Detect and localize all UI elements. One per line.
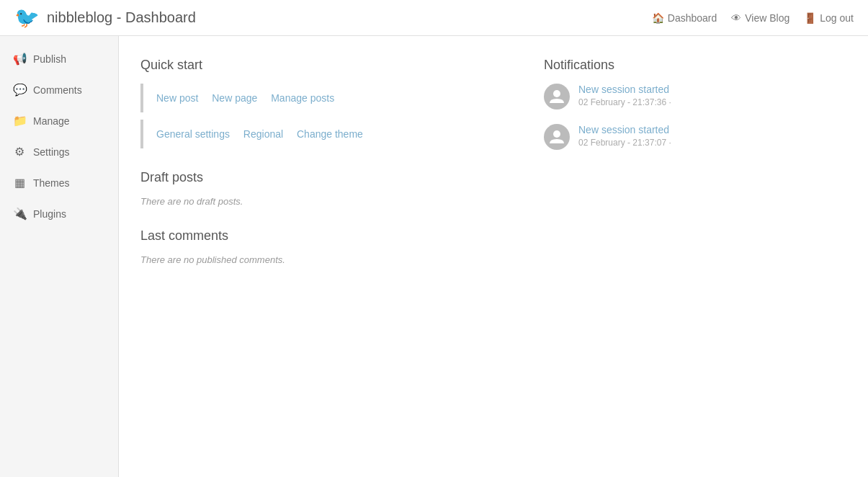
notification-item-2: New session started 02 February - 21:37:…	[544, 124, 846, 150]
notification-item-1: New session started 02 February - 21:37:…	[544, 84, 846, 110]
view-blog-link[interactable]: 👁 View Blog	[731, 12, 789, 24]
new-post-link[interactable]: New post	[156, 92, 198, 104]
sidebar: 📢 Publish 💬 Comments 📁 Manage ⚙ Settings…	[0, 36, 119, 477]
regional-link[interactable]: Regional	[243, 128, 283, 140]
manage-icon: 📁	[13, 114, 26, 128]
sidebar-item-label-plugins: Plugins	[33, 208, 66, 220]
quick-start-section: Quick start New post New page Manage pos…	[140, 58, 515, 148]
settings-icon: ⚙	[13, 145, 26, 159]
change-theme-link[interactable]: Change theme	[297, 128, 363, 140]
notification-link-1[interactable]: New session started	[578, 84, 671, 95]
sidebar-item-label-manage: Manage	[33, 115, 70, 127]
view-blog-label: View Blog	[745, 12, 789, 24]
sidebar-item-settings[interactable]: ⚙ Settings	[0, 136, 118, 167]
log-out-label: Log out	[820, 12, 854, 24]
notification-content-2: New session started 02 February - 21:37:…	[578, 124, 671, 148]
quick-start-title: Quick start	[140, 58, 515, 73]
avatar-1	[544, 84, 570, 110]
main-left: Quick start New post New page Manage pos…	[140, 58, 515, 455]
last-comments-section: Last comments There are no published com…	[140, 228, 515, 265]
sidebar-item-comments[interactable]: 💬 Comments	[0, 74, 118, 105]
plugins-icon: 🔌	[13, 207, 26, 220]
brand-title: nibbleblog - Dashboard	[47, 9, 196, 26]
main-right: Notifications New session started 02 Feb…	[544, 58, 846, 455]
main-content: Quick start New post New page Manage pos…	[119, 36, 868, 477]
notification-content-1: New session started 02 February - 21:37:…	[578, 84, 671, 107]
general-settings-link[interactable]: General settings	[156, 128, 230, 140]
user-icon-2	[550, 129, 564, 145]
sidebar-item-label-comments: Comments	[33, 84, 82, 96]
dashboard-link[interactable]: 🏠 Dashboard	[652, 12, 717, 24]
last-comments-empty: There are no published comments.	[140, 254, 515, 265]
themes-icon: ▦	[13, 176, 26, 190]
sidebar-item-label-settings: Settings	[33, 146, 70, 158]
avatar-2	[544, 124, 570, 150]
logo-icon: 🐦	[14, 6, 40, 30]
quick-start-settings-card: General settings Regional Change theme	[140, 120, 515, 148]
brand: 🐦 nibbleblog - Dashboard	[14, 6, 196, 30]
manage-posts-link[interactable]: Manage posts	[271, 92, 334, 104]
notification-date-1: 02 February - 21:37:36 ·	[578, 97, 671, 107]
log-out-link[interactable]: 🚪 Log out	[804, 12, 854, 24]
draft-posts-title: Draft posts	[140, 170, 515, 185]
comments-icon: 💬	[13, 83, 26, 97]
sidebar-item-plugins[interactable]: 🔌 Plugins	[0, 198, 118, 229]
user-icon-1	[550, 89, 564, 104]
sidebar-item-themes[interactable]: ▦ Themes	[0, 167, 118, 198]
log-out-icon: 🚪	[804, 12, 816, 24]
sidebar-item-label-themes: Themes	[33, 177, 70, 189]
draft-posts-section: Draft posts There are no draft posts.	[140, 170, 515, 207]
svg-point-1	[553, 130, 560, 138]
header: 🐦 nibbleblog - Dashboard 🏠 Dashboard 👁 V…	[0, 0, 868, 36]
header-nav: 🏠 Dashboard 👁 View Blog 🚪 Log out	[652, 12, 854, 24]
sidebar-item-label-publish: Publish	[33, 53, 66, 65]
publish-icon: 📢	[13, 52, 26, 66]
dashboard-icon: 🏠	[652, 12, 664, 24]
svg-point-0	[553, 90, 560, 97]
quick-start-posts-card: New post New page Manage posts	[140, 84, 515, 112]
new-page-link[interactable]: New page	[212, 92, 257, 104]
last-comments-title: Last comments	[140, 228, 515, 244]
notification-link-2[interactable]: New session started	[578, 124, 671, 135]
view-blog-icon: 👁	[731, 12, 741, 24]
sidebar-item-manage[interactable]: 📁 Manage	[0, 105, 118, 136]
sidebar-item-publish[interactable]: 📢 Publish	[0, 43, 118, 74]
dashboard-label: Dashboard	[668, 12, 717, 24]
notifications-title: Notifications	[544, 58, 846, 73]
draft-posts-empty: There are no draft posts.	[140, 196, 515, 207]
notification-date-2: 02 February - 21:37:07 ·	[578, 138, 671, 148]
layout: 📢 Publish 💬 Comments 📁 Manage ⚙ Settings…	[0, 36, 868, 477]
